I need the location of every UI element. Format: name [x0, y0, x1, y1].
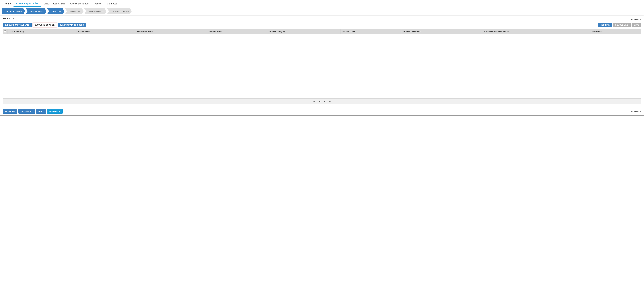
- save-exit-button[interactable]: SAVE & EXIT: [18, 109, 35, 114]
- select-all-checkbox[interactable]: [4, 30, 6, 32]
- col-problem-detail: Problem Detail: [340, 29, 402, 34]
- load-data-to-order-button[interactable]: 3. LOAD DATA TO ORDER: [58, 23, 86, 27]
- no-records-bottom: No Records: [631, 110, 641, 113]
- remove-line-button[interactable]: REMOVE LINE: [613, 23, 631, 27]
- wizard-step-review-cart[interactable]: Review Cart: [65, 8, 84, 14]
- wizard-step-add-products[interactable]: Add Products: [26, 8, 46, 14]
- no-records-top: No Records: [631, 18, 641, 20]
- wizard-step-order-confirmation[interactable]: Order Confirmation: [107, 8, 132, 14]
- col-product-name: Product Name: [208, 29, 268, 34]
- col-no-serial: I don't have Serial: [136, 29, 208, 34]
- bulk-load-table: Load Status Flag Serial Number I don't h…: [3, 29, 641, 98]
- bottom-bar-left: PREVIOUS SAVE & EXIT NEXT NEED HELP: [3, 109, 63, 114]
- action-buttons-row: 1. DOWNLOAD TEMPLATE 2. UPLOAD CSV FILE …: [3, 22, 641, 27]
- add-line-button[interactable]: ADD LINE: [598, 23, 612, 27]
- col-error-notes: Error Notes: [591, 29, 641, 34]
- nav-contracts[interactable]: Contracts: [104, 0, 120, 7]
- col-load-status-flag: Load Status Flag: [8, 29, 76, 34]
- need-help-button[interactable]: NEED HELP: [47, 109, 63, 114]
- main-content: BULK LOAD No Records 1. DOWNLOAD TEMPLAT…: [0, 15, 644, 106]
- col-select: [3, 29, 8, 34]
- bottom-bar: PREVIOUS SAVE & EXIT NEXT NEED HELP No R…: [0, 107, 644, 115]
- pagination-first[interactable]: ⏮: [312, 100, 316, 103]
- pagination-next[interactable]: ▶: [323, 100, 326, 103]
- wizard-step-shipping-details[interactable]: Shipping Details: [2, 8, 25, 14]
- top-nav: Home Create Repair Order Check Repair St…: [0, 0, 644, 7]
- nav-check-repair-status[interactable]: Check Repair Status: [41, 0, 68, 7]
- nav-create-repair-order[interactable]: Create Repair Order: [14, 0, 41, 7]
- bulk-load-table-container: Load Status Flag Serial Number I don't h…: [3, 29, 641, 104]
- download-template-button[interactable]: 1. DOWNLOAD TEMPLATE: [3, 23, 32, 27]
- wizard-step-payment-details[interactable]: Payment Details: [84, 8, 106, 14]
- save-button[interactable]: SAVE: [632, 23, 641, 27]
- bulk-load-header: BULK LOAD No Records: [3, 17, 641, 21]
- table-empty-row: [3, 34, 641, 98]
- wizard-step-bulk-load[interactable]: Bulk Load: [47, 8, 64, 14]
- next-button[interactable]: NEXT: [36, 109, 46, 114]
- nav-assets[interactable]: Assets: [92, 0, 104, 7]
- col-serial-number: Serial Number: [76, 29, 136, 34]
- pagination-bar: ⏮ ◀ ▶ ⏭: [3, 98, 641, 104]
- page-wrapper: Home Create Repair Order Check Repair St…: [0, 0, 644, 116]
- bulk-load-title: BULK LOAD: [3, 17, 15, 20]
- pagination-last[interactable]: ⏭: [328, 100, 332, 103]
- nav-home[interactable]: Home: [2, 0, 14, 7]
- upload-csv-file-button[interactable]: 2. UPLOAD CSV FILE: [32, 22, 57, 27]
- col-problem-category: Problem Category: [268, 29, 341, 34]
- col-customer-ref: Customer Reference Numbe: [483, 29, 591, 34]
- col-problem-description: Problem Description: [402, 29, 483, 34]
- previous-button[interactable]: PREVIOUS: [3, 109, 17, 114]
- pagination-prev[interactable]: ◀: [318, 100, 321, 103]
- wizard-bar: Shipping Details Add Products Bulk Load …: [0, 7, 644, 15]
- nav-check-entitlement[interactable]: Check Entitlement: [68, 0, 92, 7]
